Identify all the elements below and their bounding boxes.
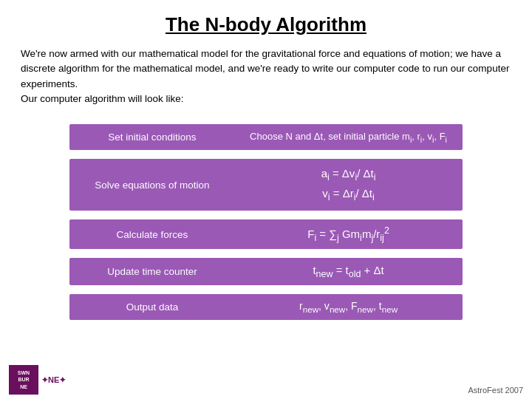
logo-text: SWNBURNE (18, 369, 30, 389)
intro-paragraph2: Our computer algorithm will look like: (21, 93, 184, 104)
row5-left: Output data (69, 294, 234, 320)
row1-right: Choose N and Δt, set initial particle mi… (235, 124, 463, 150)
row4-left: Update time counter (69, 258, 234, 285)
row2-right: ai = Δvi/ Δti vi = Δri/ Δti (235, 159, 463, 211)
table-row: Calculate forces Fi = ∑j Gmimj/rij2 (69, 219, 462, 249)
table-row: Output data rnew, vnew, Fnew, tnew (69, 294, 462, 320)
swinburne-logo: SWNBURNE (9, 365, 38, 395)
table-row: Solve equations of motion ai = Δvi/ Δti … (69, 159, 462, 211)
footer-text: AstroFest 2007 (468, 386, 523, 395)
row1-left: Set initial conditions (69, 124, 234, 150)
row4-right: tnew = told + Δt (235, 258, 463, 285)
table-row: Set initial conditions Choose N and Δt, … (69, 124, 462, 150)
intro-paragraph1: We're now armed with our mathematical mo… (21, 48, 509, 89)
ne-star-logo: ✦NE✦ (41, 375, 66, 385)
logo-area: SWNBURNE ✦NE✦ (9, 365, 66, 395)
table-row: Update time counter tnew = told + Δt (69, 258, 462, 285)
row3-left: Calculate forces (69, 219, 234, 249)
page-title: The N-body Algorithm (21, 13, 511, 36)
main-page: The N-body Algorithm We're now armed wit… (0, 0, 532, 399)
intro-block: We're now armed with our mathematical mo… (21, 47, 511, 106)
algorithm-table: Set initial conditions Choose N and Δt, … (69, 118, 462, 326)
row3-right: Fi = ∑j Gmimj/rij2 (235, 219, 463, 249)
row2-left: Solve equations of motion (69, 159, 234, 211)
row5-right: rnew, vnew, Fnew, tnew (235, 294, 463, 320)
